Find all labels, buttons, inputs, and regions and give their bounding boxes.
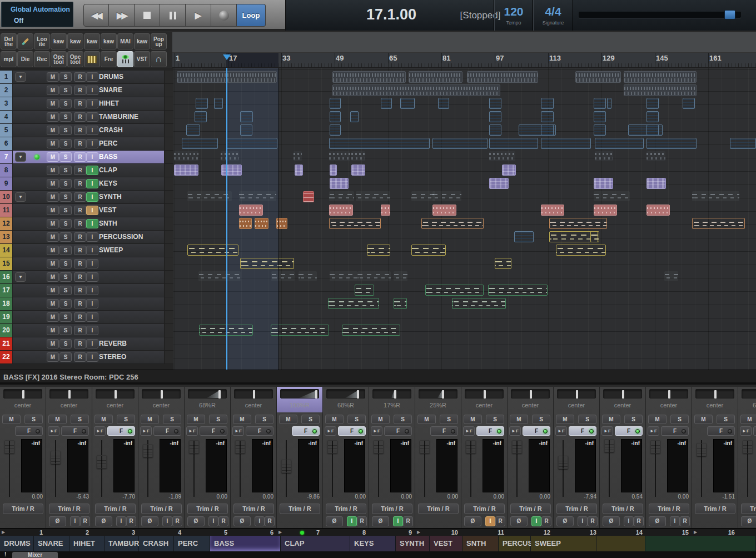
volume-fader[interactable]: [466, 440, 476, 454]
track-number[interactable]: 4: [0, 111, 12, 123]
media-clip[interactable]: [646, 205, 670, 216]
recarm-button[interactable]: R: [74, 126, 86, 135]
trim-read-button[interactable]: Trim / R: [695, 504, 735, 514]
media-clip[interactable]: [214, 98, 223, 109]
pan-handle[interactable]: [315, 390, 317, 398]
track-name[interactable]: CRASH: [99, 126, 123, 134]
mute-button[interactable]: M: [510, 415, 528, 424]
fx-button[interactable]: F: [661, 426, 689, 436]
pan-slider[interactable]: [188, 389, 227, 398]
mixer-name-cell-keys[interactable]: KEYS: [350, 536, 396, 551]
media-clip[interactable]: [381, 98, 392, 109]
phase-button[interactable]: Ø: [95, 516, 112, 526]
playback-position[interactable]: 17.1.00: [336, 6, 447, 23]
track-body[interactable]: MSRISWEEP: [13, 244, 164, 257]
route-button[interactable]: R: [357, 516, 367, 526]
media-clip[interactable]: [489, 138, 538, 149]
mute-button[interactable]: M: [740, 415, 756, 424]
recarm-button[interactable]: R: [74, 299, 86, 308]
mixer-name-cell-tamburine[interactable]: TAMBURINE: [105, 536, 139, 551]
media-clip[interactable]: [303, 191, 314, 202]
trim-read-button[interactable]: Trim / R: [141, 504, 182, 514]
fx-button[interactable]: F: [615, 426, 643, 436]
track-number[interactable]: 5: [0, 124, 12, 137]
track-number[interactable]: 1: [0, 71, 12, 83]
trim-read-button[interactable]: Trim / R: [372, 504, 412, 514]
media-clip[interactable]: [692, 218, 745, 229]
media-clip[interactable]: [467, 71, 538, 83]
input-button[interactable]: I: [86, 72, 98, 82]
media-clip[interactable]: [221, 165, 242, 176]
route-button[interactable]: R: [541, 516, 551, 526]
mute-button[interactable]: M: [233, 415, 251, 424]
trim-read-button[interactable]: Trim / R: [556, 504, 597, 514]
mute-button[interactable]: M: [48, 415, 67, 424]
strip-number-bar[interactable]: 13: [554, 528, 600, 536]
track-row-11[interactable]: 11MSRIVEST: [0, 204, 173, 217]
mute-button[interactable]: M: [47, 72, 59, 82]
media-clip[interactable]: [276, 218, 287, 229]
trim-read-button[interactable]: Trim / R: [95, 504, 136, 514]
media-clip[interactable]: [329, 205, 353, 216]
strip-number-bar[interactable]: 2: [46, 528, 92, 536]
track-row-12[interactable]: 12MSRISNTH: [0, 217, 173, 231]
track-body[interactable]: MSRIHIHET: [13, 97, 164, 110]
fx-button[interactable]: F: [292, 426, 320, 436]
mute-button[interactable]: M: [47, 312, 59, 322]
route-button[interactable]: R: [265, 516, 275, 526]
input-button[interactable]: I: [86, 179, 98, 188]
media-clip[interactable]: [329, 218, 381, 229]
track-number[interactable]: 22: [0, 351, 12, 363]
media-clip[interactable]: [198, 271, 241, 281]
fx-sends-button[interactable]: ►F: [371, 426, 382, 436]
solo-button[interactable]: S: [532, 415, 550, 424]
media-clip[interactable]: [357, 271, 391, 281]
pan-handle[interactable]: [668, 390, 670, 398]
input-button[interactable]: I: [347, 516, 357, 526]
pan-handle[interactable]: [442, 390, 444, 398]
fx-button[interactable]: F: [753, 426, 756, 436]
track-number[interactable]: 8: [0, 164, 12, 177]
mute-button[interactable]: M: [47, 339, 59, 348]
mute-button[interactable]: M: [47, 232, 59, 242]
pan-slider[interactable]: [557, 389, 596, 398]
track-number[interactable]: 15: [0, 257, 12, 270]
pan-handle[interactable]: [394, 390, 396, 398]
media-clip[interactable]: [452, 298, 506, 309]
media-clip[interactable]: [411, 245, 446, 256]
toolbar-row2-button-7[interactable]: Fre: [101, 51, 117, 67]
volume-fader[interactable]: [4, 440, 14, 454]
media-clip[interactable]: [394, 271, 407, 281]
solo-button[interactable]: S: [59, 286, 72, 295]
mixer-name-cell-bass[interactable]: BASS: [210, 536, 281, 551]
recarm-button[interactable]: R: [74, 152, 86, 162]
mute-button[interactable]: M: [694, 415, 713, 424]
volume-fader[interactable]: [558, 456, 568, 469]
route-button[interactable]: R: [588, 516, 598, 526]
recarm-button[interactable]: R: [74, 112, 86, 122]
strip-number-bar[interactable]: 14: [600, 528, 646, 536]
fx-sends-button[interactable]: ►F: [140, 426, 152, 436]
pan-slider[interactable]: [419, 389, 457, 398]
mixer-name-cell-snare[interactable]: SNARE: [34, 536, 69, 551]
pan-slider[interactable]: [742, 389, 756, 398]
track-name[interactable]: HIHET: [99, 99, 119, 107]
fx-button[interactable]: F: [153, 426, 181, 436]
play-button[interactable]: ▶: [186, 4, 211, 27]
pan-handle[interactable]: [530, 390, 532, 398]
solo-button[interactable]: S: [255, 415, 273, 424]
media-clip[interactable]: [240, 258, 294, 269]
tempo-display[interactable]: 120 Tempo: [495, 0, 533, 31]
media-clip[interactable]: [646, 151, 665, 161]
folder-collapse-button[interactable]: ▼: [15, 72, 26, 82]
volume-fader[interactable]: [189, 440, 199, 454]
recarm-button[interactable]: R: [74, 312, 86, 322]
track-body[interactable]: ▼MSRIDRUMS: [13, 71, 164, 83]
media-clip[interactable]: [187, 245, 238, 256]
mixer-name-cell-snth[interactable]: SNTH: [462, 536, 499, 551]
trim-read-button[interactable]: Trim / R: [49, 504, 89, 514]
fx-button[interactable]: F: [107, 426, 135, 436]
fx-button[interactable]: F: [430, 426, 458, 436]
input-button[interactable]: I: [86, 126, 98, 135]
media-clip[interactable]: [329, 138, 430, 149]
